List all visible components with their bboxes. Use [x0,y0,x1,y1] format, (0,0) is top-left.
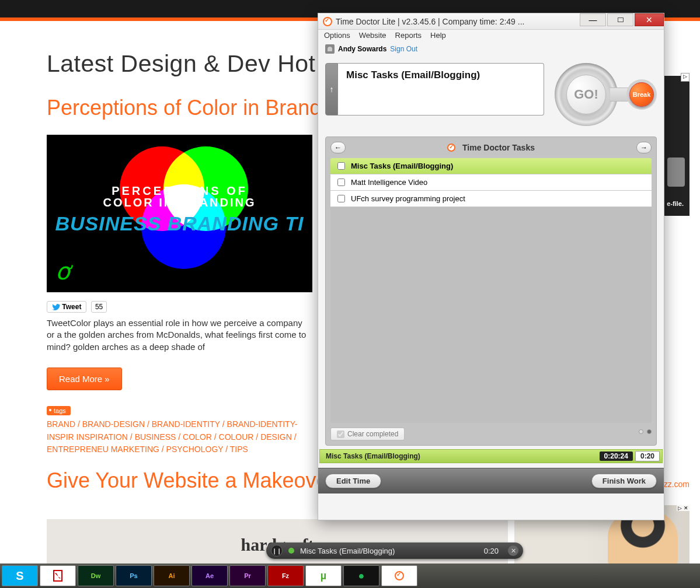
maximize-button[interactable] [607,13,633,26]
taskbar-skype-icon[interactable]: S [2,565,38,586]
status-time-long: 0:20:24 [600,452,633,461]
status-strip: Misc Tasks (Email/Blogging) 0:20:24 0:20 [319,449,663,463]
post-excerpt: TweetColor plays an essential role in ho… [47,317,312,353]
taskbar-utorrent-icon[interactable]: µ [305,565,342,586]
task-row[interactable]: Misc Tasks (Email/Blogging) [330,158,652,174]
task-name: Matt Intelligence Video [351,178,427,187]
go-button[interactable]: GO! [566,75,606,114]
clock-check-icon [447,144,455,152]
read-more-button[interactable]: Read More » [47,368,122,390]
adchoices-icon[interactable]: ▷ [681,73,689,82]
menu-bar: Options Website Reports Help [318,30,664,42]
post-hero-image[interactable]: PERCEPTIONS OF COLOR IN BRANDING BUSINES… [47,135,312,292]
status-task-name: Misc Tasks (Email/Blogging) [326,452,597,460]
menu-options[interactable]: Options [324,31,350,40]
taskbar-spotify-icon[interactable]: ● [343,565,379,586]
windows-taskbar: S Dw Ps Ai Ae Pr Fz µ ● [0,564,700,588]
tasks-next-button[interactable]: → [636,142,652,153]
taskbar-photoshop-icon[interactable]: Ps [116,565,152,586]
tasks-header-label: Time Doctor Tasks [462,143,535,152]
task-name: UFch survey programming project [351,194,465,203]
task-checkbox[interactable] [337,162,345,170]
break-button[interactable]: Break [629,82,654,107]
mini-close-icon[interactable]: ✕ [508,545,518,556]
tag-list[interactable]: BRAND / BRAND-DESIGN / BRAND-IDENTITY / … [47,418,312,456]
status-time-short: 0:20 [635,451,660,461]
window-titlebar[interactable]: Time Doctor Lite | v2.3.45.6 | Company t… [318,13,664,30]
hero-logo-icon: ơ [55,258,69,285]
taskbar-aftereffects-icon[interactable]: Ae [191,565,228,586]
mini-time: 0:20 [484,547,499,555]
menu-website[interactable]: Website [359,31,386,40]
taskbar-filezilla-icon[interactable]: Fz [267,565,304,586]
page-dot[interactable] [639,429,643,434]
checkbox-icon [337,430,344,438]
taskbar-premiere-icon[interactable]: Pr [229,565,266,586]
window-title: Time Doctor Lite | v2.3.45.6 | Company t… [336,17,580,26]
task-name: Misc Tasks (Email/Blogging) [351,162,453,170]
adchoices-icon[interactable]: ▷ ✕ [677,505,689,511]
taskbar-timedoctor-icon[interactable] [381,565,417,586]
task-arrow-up-icon[interactable]: ↑ [325,63,338,116]
finish-work-button[interactable]: Finish Work [591,474,657,488]
menu-help[interactable]: Help [430,31,446,40]
mini-timer-widget[interactable]: ❙❙ Misc Tasks (Email/Blogging) 0:20 ✕ [266,542,523,559]
page-dot[interactable] [647,429,652,434]
close-button[interactable]: ✕ [635,13,664,26]
task-row[interactable]: Matt Intelligence Video [330,174,652,191]
mini-pause-icon[interactable]: ❙❙ [271,545,283,556]
taskbar-acrobat-icon[interactable] [40,565,76,586]
current-task-field[interactable]: ↑ Misc Tasks (Email/Blogging) [325,63,544,116]
user-name: Andy Sowards [338,45,386,53]
current-task-input[interactable]: Misc Tasks (Email/Blogging) [338,63,544,116]
task-row[interactable]: UFch survey programming project [330,191,652,207]
taskbar-dreamweaver-icon[interactable]: Dw [78,565,114,586]
tasks-list: Misc Tasks (Email/Blogging) Matt Intelli… [330,158,652,423]
tasks-prev-button[interactable]: ← [330,142,346,153]
sign-out-link[interactable]: Sign Out [390,45,417,53]
tags-badge: tags [47,406,71,415]
mini-task-name: Misc Tasks (Email/Blogging) [300,547,478,555]
tweet-count: 55 [91,301,107,313]
user-bar: Andy Sowards Sign Out [318,42,664,57]
edit-time-button[interactable]: Edit Time [325,474,381,488]
taskbar-illustrator-icon[interactable]: Ai [154,565,190,586]
status-dot-icon [288,548,294,554]
time-doctor-window: Time Doctor Lite | v2.3.45.6 | Company t… [318,13,664,520]
minimize-button[interactable]: — [580,13,606,26]
user-avatar-icon [325,44,335,54]
tasks-panel: ← Time Doctor Tasks → Misc Tasks (Email/… [325,136,657,446]
app-icon [323,17,332,26]
action-bar: Edit Time Finish Work [318,468,664,494]
clear-completed-button[interactable]: Clear completed [330,428,405,440]
tweet-button[interactable]: Tweet [47,301,86,313]
twitter-icon [52,304,60,310]
menu-reports[interactable]: Reports [395,31,422,40]
task-checkbox[interactable] [337,195,345,202]
task-checkbox[interactable] [337,178,345,186]
